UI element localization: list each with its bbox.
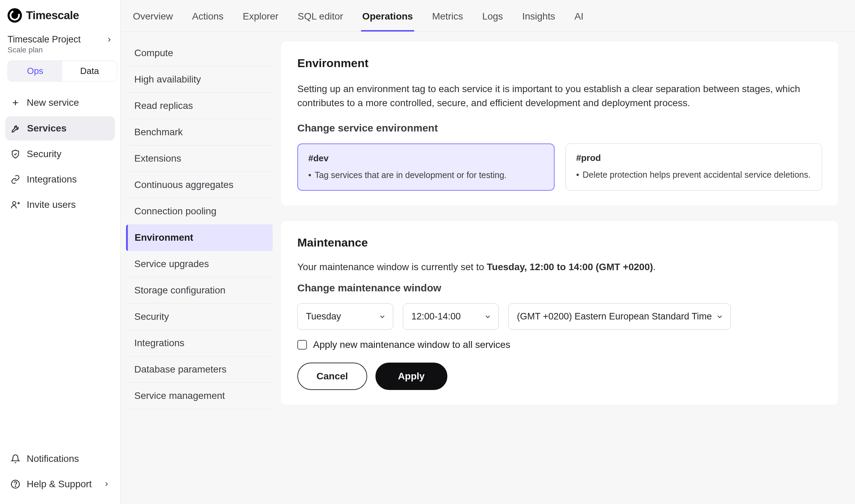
sidebar-item-invite-users[interactable]: Invite users <box>5 193 115 216</box>
project-name: Timescale Project <box>8 34 81 45</box>
subnav-database-parameters[interactable]: Database parameters <box>128 356 273 383</box>
project-plan: Scale plan <box>5 45 115 61</box>
panels: Environment Setting up an environment ta… <box>278 32 855 504</box>
apply-button[interactable]: Apply <box>375 363 447 390</box>
sidebar-item-integrations[interactable]: Integrations <box>5 168 115 191</box>
chevron-down-icon <box>484 313 492 320</box>
wrench-icon <box>11 123 21 134</box>
sidebar-item-security[interactable]: Security <box>5 142 115 166</box>
environment-heading: Environment <box>297 56 822 70</box>
apply-all-label: Apply new maintenance window to all serv… <box>313 339 510 350</box>
env-option-prod[interactable]: #prod Delete protection helps prevent ac… <box>566 143 822 191</box>
subnav-benchmark[interactable]: Benchmark <box>128 119 273 146</box>
maintenance-current: Your maintenance window is currently set… <box>297 262 822 273</box>
operations-subnav: Compute High availability Read replicas … <box>121 32 278 504</box>
tabs: Overview Actions Explorer SQL editor Ope… <box>121 0 855 32</box>
tab-sql-editor[interactable]: SQL editor <box>296 8 345 32</box>
plus-icon <box>10 98 21 108</box>
sidebar: Timescale Timescale Project Scale plan O… <box>0 0 121 504</box>
tab-ai[interactable]: AI <box>573 8 585 32</box>
cancel-button[interactable]: Cancel <box>297 363 367 390</box>
subnav-connection-pooling[interactable]: Connection pooling <box>128 198 273 225</box>
tab-actions[interactable]: Actions <box>191 8 225 32</box>
checkbox-icon <box>297 340 307 350</box>
tab-logs[interactable]: Logs <box>481 8 505 32</box>
maintenance-current-value: Tuesday, 12:00 to 14:00 (GMT +0200) <box>487 262 653 272</box>
shield-icon <box>10 149 21 159</box>
maintenance-tz-value: (GMT +0200) Eastern European Standard Ti… <box>517 311 712 322</box>
subnav-storage-configuration[interactable]: Storage configuration <box>128 277 273 304</box>
environment-description: Setting up an environment tag to each se… <box>297 82 822 110</box>
maintenance-heading: Maintenance <box>297 236 822 249</box>
subnav-environment[interactable]: Environment <box>126 225 273 251</box>
help-icon <box>10 479 21 489</box>
tab-metrics[interactable]: Metrics <box>431 8 464 32</box>
tab-insights[interactable]: Insights <box>521 8 557 32</box>
subnav-continuous-aggregates[interactable]: Continuous aggregates <box>128 172 273 198</box>
subnav-read-replicas[interactable]: Read replicas <box>128 93 273 119</box>
maintenance-card: Maintenance Your maintenance window is c… <box>281 221 839 405</box>
brand: Timescale <box>5 8 115 32</box>
chevron-right-icon <box>106 36 113 43</box>
link-icon <box>10 174 21 185</box>
users-icon <box>10 200 21 210</box>
new-service-label: New service <box>27 97 79 108</box>
brand-name: Timescale <box>26 9 79 22</box>
environment-card: Environment Setting up an environment ta… <box>281 41 839 206</box>
subnav-extensions[interactable]: Extensions <box>128 146 273 172</box>
env-option-dev[interactable]: #dev Tag services that are in developmen… <box>297 143 555 191</box>
env-prod-desc: Delete protection helps prevent accident… <box>576 169 811 181</box>
brand-logo-icon <box>8 8 22 23</box>
tab-operations[interactable]: Operations <box>361 8 414 32</box>
mode-toggle: Ops Data <box>8 61 117 81</box>
sidebar-item-services[interactable]: Services <box>5 116 115 140</box>
maintenance-current-suffix: . <box>653 262 656 272</box>
sidebar-notifications[interactable]: Notifications <box>5 447 115 470</box>
notifications-label: Notifications <box>27 453 79 464</box>
mode-ops-button[interactable]: Ops <box>8 61 62 81</box>
chevron-down-icon <box>716 313 723 320</box>
subnav-security[interactable]: Security <box>128 304 273 330</box>
maintenance-tz-select[interactable]: (GMT +0200) Eastern European Standard Ti… <box>508 303 731 330</box>
svg-point-4 <box>15 486 16 487</box>
sidebar-item-label: Security <box>27 149 61 160</box>
subnav-service-management[interactable]: Service management <box>128 383 273 409</box>
subnav-service-upgrades[interactable]: Service upgrades <box>128 251 273 277</box>
subnav-high-availability[interactable]: High availability <box>128 66 273 93</box>
env-dev-desc: Tag services that are in development or … <box>308 169 544 181</box>
mode-data-button[interactable]: Data <box>62 61 117 81</box>
change-maintenance-heading: Change maintenance window <box>297 282 822 294</box>
subnav-integrations[interactable]: Integrations <box>128 330 273 356</box>
bell-icon <box>10 454 21 464</box>
tab-overview[interactable]: Overview <box>132 8 174 32</box>
subnav-compute[interactable]: Compute <box>128 40 273 66</box>
sidebar-item-label: Invite users <box>27 199 76 210</box>
maintenance-current-prefix: Your maintenance window is currently set… <box>297 262 487 272</box>
maintenance-day-value: Tuesday <box>306 311 341 322</box>
new-service-button[interactable]: New service <box>5 91 115 114</box>
chevron-right-icon <box>103 481 110 488</box>
maintenance-day-select[interactable]: Tuesday <box>297 303 393 330</box>
maintenance-time-value: 12:00-14:00 <box>411 311 461 322</box>
project-selector[interactable]: Timescale Project <box>5 32 115 45</box>
change-environment-heading: Change service environment <box>297 122 822 134</box>
env-dev-tag: #dev <box>308 153 544 164</box>
maintenance-time-select[interactable]: 12:00-14:00 <box>403 303 499 330</box>
sidebar-help[interactable]: Help & Support <box>5 473 115 496</box>
chevron-down-icon <box>379 313 386 320</box>
sidebar-item-label: Services <box>27 123 66 134</box>
svg-point-2 <box>13 202 16 205</box>
env-prod-tag: #prod <box>576 153 811 163</box>
tab-explorer[interactable]: Explorer <box>241 8 280 32</box>
help-label: Help & Support <box>27 479 92 490</box>
apply-all-checkbox[interactable]: Apply new maintenance window to all serv… <box>297 339 822 350</box>
sidebar-item-label: Integrations <box>27 174 77 185</box>
main: Overview Actions Explorer SQL editor Ope… <box>121 0 855 504</box>
